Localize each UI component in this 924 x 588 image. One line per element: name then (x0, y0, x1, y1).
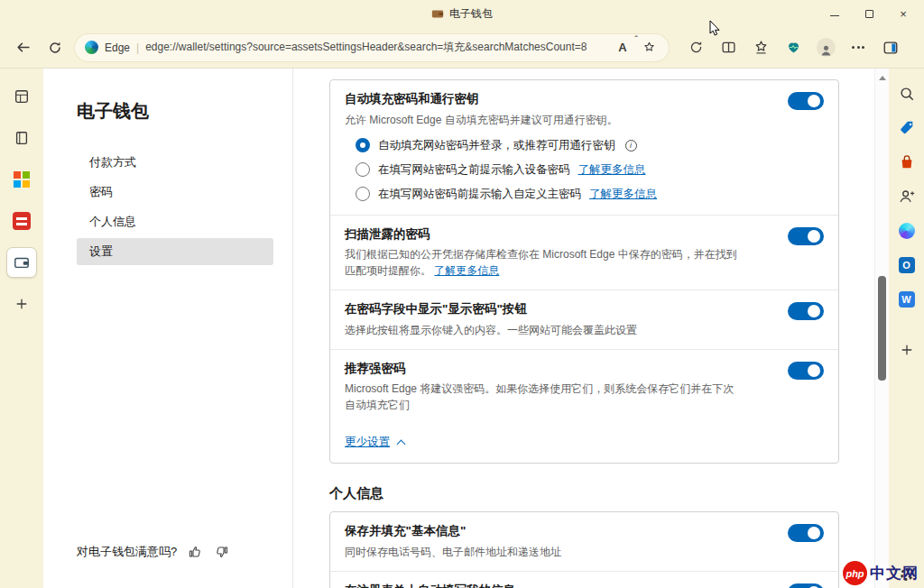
php-logo-badge: php (843, 561, 867, 585)
info-icon[interactable] (625, 140, 637, 152)
sidebar-item-payment-methods[interactable]: 付款方式 (77, 149, 273, 176)
radio-option-device-password[interactable]: 在填写网站密码之前提示输入设备密码 了解更多信息 (356, 162, 773, 178)
learn-more-link[interactable]: 了解更多信息 (578, 162, 646, 178)
setting-desc: 我们根据已知的公开凭据存储库检查你在 Microsoft Edge 中保存的密码… (345, 246, 742, 279)
personal-info-header: 个人信息 (329, 485, 874, 502)
maximize-icon (865, 10, 873, 18)
profile-button[interactable] (816, 38, 836, 58)
scrollbar-up-arrow[interactable] (879, 76, 886, 80)
sidebar-item-passwords[interactable]: 密码 (77, 179, 273, 206)
sync-button[interactable] (686, 38, 706, 58)
browser-essentials-button[interactable] (783, 38, 803, 58)
radio-option-autofill-signin[interactable]: 自动填充网站密码并登录，或推荐可用通行密钥 (356, 138, 773, 153)
url-text[interactable]: edge://wallet/settings?source=assetsSett… (145, 40, 606, 55)
sidebar-search-button[interactable] (896, 83, 918, 105)
tab-title-label: 电子钱包 (449, 6, 493, 22)
outlook-icon: O (899, 257, 915, 273)
copilot-sphere-icon (899, 223, 915, 239)
minimize-icon (830, 15, 839, 16)
password-settings-card: 自动填充密码和通行密钥 允许 Microsoft Edge 自动填充密码并建议可… (329, 79, 839, 464)
setting-row-autofill: 自动填充密码和通行密钥 允许 Microsoft Edge 自动填充密码并建议可… (330, 80, 838, 215)
address-bar[interactable]: Edge | edge://wallet/settings?source=ass… (74, 33, 670, 62)
content-scrollbar[interactable] (874, 69, 889, 588)
autofill-passwords-toggle[interactable] (788, 92, 824, 110)
sidebar-item-personal-info[interactable]: 个人信息 (77, 208, 273, 235)
w-app-icon: W (899, 291, 915, 308)
add-app-button[interactable] (6, 289, 37, 319)
thumbs-up-button[interactable] (186, 543, 204, 561)
feedback-question: 对电子钱包满意吗? (77, 544, 177, 560)
split-screen-icon (721, 40, 736, 55)
radio-button[interactable] (356, 187, 370, 201)
sidebar-games-button[interactable] (896, 152, 918, 173)
setting-desc: 选择此按钮将显示你键入的内容。一些网站可能会覆盖此设置 (345, 322, 742, 338)
maximize-button[interactable] (852, 0, 886, 27)
wallet-app-button[interactable] (6, 247, 37, 278)
calendar-app-button[interactable] (6, 206, 37, 236)
setting-row-reveal-password: 在密码字段中显示"显示密码"按钮 选择此按钮将显示你键入的内容。一些网站可能会覆… (330, 289, 838, 349)
sidebar-shopping-button[interactable] (896, 117, 918, 139)
main-area: 电子钱包 付款方式 密码 个人信息 设置 对电子钱包满意吗? (0, 69, 924, 588)
sidebar-add-button[interactable] (896, 339, 918, 361)
favorites-icon (753, 40, 769, 55)
sidebar-copilot-button[interactable] (896, 220, 918, 242)
sidebar-toggle-icon (882, 40, 899, 56)
close-button[interactable]: × (886, 0, 920, 27)
avatar (817, 38, 836, 57)
setting-title: 在注册表单上自动填写我的信息 (345, 583, 773, 588)
radio-button[interactable] (356, 162, 370, 177)
radio-option-custom-password[interactable]: 在填写网站密码前提示输入自定义主密码 了解更多信息 (356, 187, 773, 202)
split-screen-button[interactable] (718, 38, 738, 58)
close-icon: × (900, 7, 907, 21)
setting-desc: 允许 Microsoft Edge 自动填充密码并建议可用通行密钥。 (345, 112, 742, 128)
setting-row-register-forms: 在注册表单上自动填写我的信息 添加已保存的基本信息并选择强密码(如果启用了"建议… (330, 571, 838, 588)
scrollbar-thumb[interactable] (878, 276, 886, 381)
person-add-icon (899, 188, 915, 205)
learn-more-link[interactable]: 了解更多信息 (589, 187, 657, 202)
plus-icon (900, 343, 914, 357)
refresh-button[interactable] (42, 34, 69, 61)
price-tag-icon (899, 120, 915, 136)
thumbs-down-button[interactable] (213, 543, 231, 561)
wallet-tab-icon (431, 7, 444, 20)
active-tab[interactable]: 电子钱包 (431, 6, 493, 22)
feedback-area: 对电子钱包满意吗? (77, 543, 231, 561)
edge-logo-icon (85, 41, 98, 54)
microsoft-apps-button[interactable] (6, 164, 37, 195)
sidebar-toggle-button[interactable] (881, 38, 901, 58)
sidebar-item-settings[interactable]: 设置 (77, 238, 273, 265)
setting-row-basic-info: 保存并填充"基本信息" 同时保存电话号码、电子邮件地址和递送地址 (330, 512, 838, 571)
workspaces-button[interactable] (6, 81, 37, 112)
setting-desc: 同时保存电话号码、电子邮件地址和递送地址 (345, 544, 742, 560)
sidebar-people-button[interactable] (896, 186, 918, 207)
fewer-settings-link[interactable]: 更少设置 (345, 435, 390, 450)
workspaces-icon (14, 88, 30, 105)
favorites-button[interactable] (751, 38, 771, 58)
register-forms-toggle[interactable] (788, 583, 824, 588)
sidebar-w-app-button[interactable]: W (896, 289, 918, 310)
sidebar-outlook-button[interactable]: O (896, 254, 918, 276)
minimize-button[interactable] (818, 0, 852, 27)
card-footer: 更少设置 (330, 424, 838, 463)
radio-button-checked[interactable] (356, 138, 370, 152)
collections-button[interactable] (6, 123, 37, 153)
strong-password-toggle[interactable] (788, 362, 824, 380)
reveal-password-toggle[interactable] (788, 302, 824, 320)
setting-row-leaked-passwords: 扫描泄露的密码 我们根据已知的公开凭据存储库检查你在 Microsoft Edg… (330, 215, 838, 290)
php-cn-watermark: php 中文网 (843, 561, 919, 585)
learn-more-link[interactable]: 了解更多信息 (434, 264, 499, 277)
leaked-password-toggle[interactable] (788, 227, 824, 245)
browser-essentials-icon (786, 40, 801, 55)
setting-desc: Microsoft Edge 将建议强密码。如果你选择使用它们，则系统会保存它们… (345, 381, 742, 413)
setting-title: 扫描泄露的密码 (345, 226, 773, 243)
favorite-star-button[interactable] (639, 38, 659, 58)
toolbar-actions (686, 38, 901, 58)
basic-info-toggle[interactable] (788, 524, 824, 542)
setting-title: 自动填充密码和通行密钥 (345, 91, 773, 107)
read-aloud-button[interactable]: A (613, 38, 633, 58)
settings-content: 自动填充密码和通行密钥 允许 Microsoft Edge 自动填充密码并建议可… (293, 69, 874, 588)
back-button[interactable] (9, 34, 36, 61)
wallet-sidebar: 电子钱包 付款方式 密码 个人信息 设置 对电子钱包满意吗? (43, 69, 293, 588)
more-menu-button[interactable] (848, 38, 868, 58)
wallet-icon (14, 254, 30, 271)
